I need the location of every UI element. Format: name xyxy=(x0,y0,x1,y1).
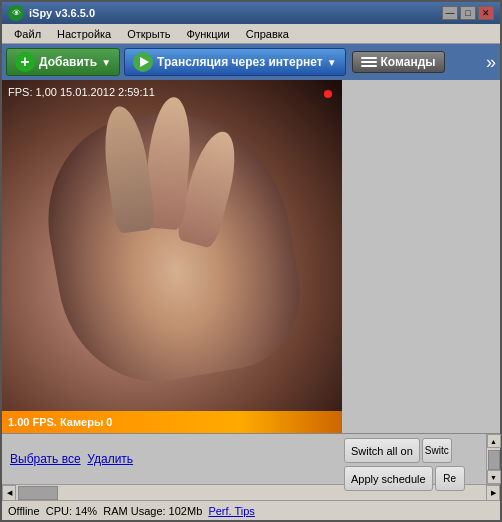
close-button[interactable]: ✕ xyxy=(478,6,494,20)
toolbar: + Добавить ▼ Трансляция через интернет ▼… xyxy=(2,44,500,80)
cpu-status: CPU: 14% xyxy=(46,505,97,517)
bottom-area: Выбрать все Удалить Switch all on Switc … xyxy=(2,433,500,520)
commands-label: Команды xyxy=(381,55,436,69)
commands-button[interactable]: Команды xyxy=(352,51,445,73)
commands-icon xyxy=(361,56,377,68)
record-indicator xyxy=(324,90,332,98)
scroll-left-arrow[interactable]: ◀ xyxy=(2,485,16,501)
scroll-down-arrow[interactable]: ▼ xyxy=(487,470,501,484)
perf-tips-link[interactable]: Perf. Tips xyxy=(208,505,254,517)
camera-view[interactable]: FPS: 1,00 15.01.2012 2:59:11 xyxy=(2,80,342,411)
separator xyxy=(81,452,88,466)
title-bar: 👁 iSpy v3.6.5.0 — □ ✕ xyxy=(2,2,500,24)
menu-file[interactable]: Файл xyxy=(6,26,49,42)
window-title: iSpy v3.6.5.0 xyxy=(29,7,95,19)
menu-help[interactable]: Справка xyxy=(238,26,297,42)
stream-play-icon xyxy=(133,52,153,72)
h-scroll-thumb[interactable] xyxy=(18,486,58,500)
add-arrow-icon: ▼ xyxy=(101,57,111,68)
stream-button[interactable]: Трансляция через интернет ▼ xyxy=(124,48,346,76)
action-buttons: Switch all on Switc Apply schedule Re xyxy=(344,438,484,491)
camera-status-text: 1.00 FPS. Камеры 0 xyxy=(8,416,112,428)
toolbar-more-icon[interactable]: » xyxy=(486,52,496,73)
camera-status-bar: 1.00 FPS. Камеры 0 xyxy=(2,411,342,433)
title-controls: — □ ✕ xyxy=(442,6,494,20)
main-area: FPS: 1,00 15.01.2012 2:59:11 1.00 FPS. К… xyxy=(2,80,500,433)
schedule-row: Apply schedule Re xyxy=(344,466,484,491)
right-action-area: Switch all on Switc Apply schedule Re ▲ … xyxy=(342,434,500,484)
camera-feed xyxy=(2,80,342,411)
scroll-thumb[interactable] xyxy=(488,450,500,470)
add-icon: + xyxy=(15,52,35,72)
stream-arrow-icon: ▼ xyxy=(327,57,337,68)
app-icon: 👁 xyxy=(8,5,24,21)
scroll-right-arrow[interactable]: ▶ xyxy=(486,485,500,501)
add-button[interactable]: + Добавить ▼ xyxy=(6,48,120,76)
switch-button[interactable]: Switc xyxy=(422,438,452,463)
menu-bar: Файл Настройка Открыть Функции Справка xyxy=(2,24,500,44)
right-panel xyxy=(342,80,500,433)
fps-overlay: FPS: 1,00 15.01.2012 2:59:11 xyxy=(8,86,155,98)
list-actions-area: Выбрать все Удалить xyxy=(2,434,342,484)
stream-label: Трансляция через интернет xyxy=(157,55,323,69)
vertical-scrollbar[interactable]: ▲ ▼ xyxy=(486,434,500,484)
apply-schedule-button[interactable]: Apply schedule xyxy=(344,466,433,491)
switch-row: Switch all on Switc xyxy=(344,438,484,463)
menu-functions[interactable]: Функции xyxy=(178,26,237,42)
status-bar: Offline CPU: 14% RAM Usage: 102Mb Perf. … xyxy=(2,500,500,520)
re-button[interactable]: Re xyxy=(435,466,465,491)
add-label: Добавить xyxy=(39,55,97,69)
switch-all-on-button[interactable]: Switch all on xyxy=(344,438,420,463)
main-window: 👁 iSpy v3.6.5.0 — □ ✕ Файл Настройка Отк… xyxy=(0,0,502,522)
select-all-button[interactable]: Выбрать все xyxy=(10,452,81,466)
scroll-up-arrow[interactable]: ▲ xyxy=(487,434,501,448)
maximize-button[interactable]: □ xyxy=(460,6,476,20)
title-bar-left: 👁 iSpy v3.6.5.0 xyxy=(8,5,95,21)
delete-button[interactable]: Удалить xyxy=(87,452,133,466)
menu-open[interactable]: Открыть xyxy=(119,26,178,42)
minimize-button[interactable]: — xyxy=(442,6,458,20)
menu-settings[interactable]: Настройка xyxy=(49,26,119,42)
offline-status: Offline xyxy=(8,505,40,517)
play-triangle-icon xyxy=(140,57,149,67)
ram-status: RAM Usage: 102Mb xyxy=(103,505,202,517)
camera-panel: FPS: 1,00 15.01.2012 2:59:11 1.00 FPS. К… xyxy=(2,80,342,433)
